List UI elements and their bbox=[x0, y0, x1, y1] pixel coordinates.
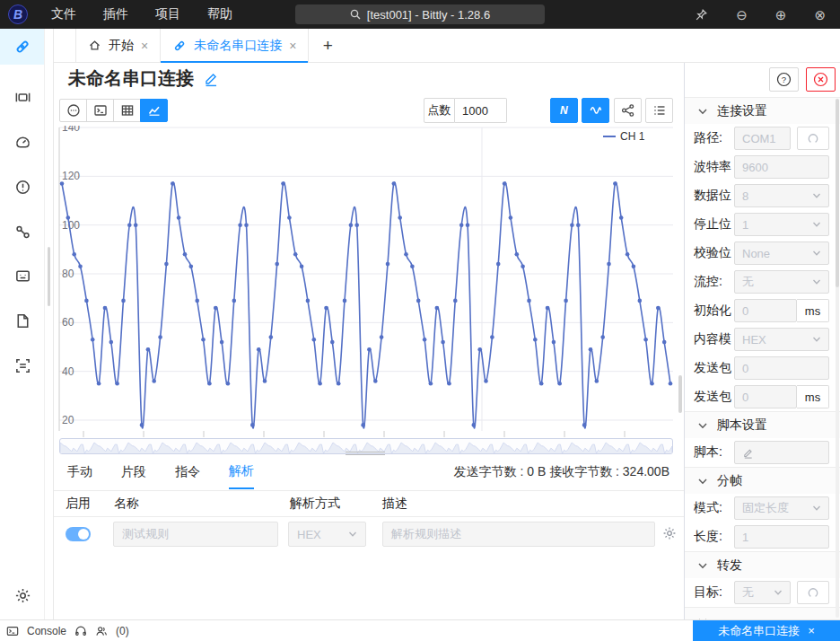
menu-plugin[interactable]: 插件 bbox=[103, 6, 128, 22]
share-branch-icon bbox=[621, 103, 635, 118]
chat-icon bbox=[66, 103, 81, 118]
panel-scrollbar[interactable] bbox=[836, 99, 839, 287]
setting-row-0-6: 初始化0ms bbox=[685, 296, 840, 325]
headphones-icon[interactable] bbox=[74, 625, 87, 637]
points-label: 点数 bbox=[424, 98, 455, 123]
viewer-text-button[interactable] bbox=[59, 99, 87, 122]
chevron-down-icon bbox=[697, 560, 708, 571]
tab-connection[interactable]: 未命名串口连接 × bbox=[161, 29, 309, 62]
sidebar-item-settings[interactable] bbox=[12, 584, 33, 606]
settings-panel: ? 连接设置路径:COM1波特率9600数据位8停止位1校验位None流控:无初… bbox=[684, 63, 840, 619]
menu-project[interactable]: 项目 bbox=[155, 6, 180, 22]
list-button[interactable] bbox=[645, 98, 673, 123]
waveform-chart[interactable]: 20406080100120140CH 1 bbox=[54, 126, 684, 438]
send-mode-tabs: 手动 片段 指令 解析 发送字节数 : 0 B 接收字节数 : 324.00B bbox=[54, 454, 684, 490]
chevron-down-icon bbox=[697, 420, 708, 431]
rule-enabled-toggle[interactable] bbox=[66, 527, 91, 541]
help-button[interactable]: ? bbox=[769, 67, 799, 92]
branch-button[interactable] bbox=[614, 98, 642, 123]
tab-command[interactable]: 指令 bbox=[175, 456, 200, 488]
clock-alert-icon bbox=[14, 179, 31, 196]
setting-row-0-8: 发送包0 bbox=[685, 354, 840, 382]
sidebar-scrollbar[interactable] bbox=[48, 247, 50, 306]
sidebar-item-functional[interactable] bbox=[12, 221, 33, 242]
rule-desc-input[interactable]: 解析规则描述 bbox=[382, 522, 655, 547]
screen-face-icon bbox=[14, 268, 31, 285]
setting-row-0-1: 波特率9600 bbox=[685, 153, 840, 181]
sidebar-item-environment[interactable] bbox=[12, 265, 33, 286]
edit-pencil-icon bbox=[742, 447, 754, 459]
edit-title-icon[interactable] bbox=[203, 71, 219, 87]
minimize-icon[interactable]: ⊖ bbox=[736, 8, 748, 22]
refresh-button[interactable] bbox=[797, 127, 829, 150]
watchers-count: (0) bbox=[116, 625, 129, 637]
refresh-button[interactable] bbox=[797, 581, 829, 604]
tab-snippet[interactable]: 片段 bbox=[121, 456, 146, 488]
sidebar-item-documents[interactable] bbox=[12, 310, 33, 331]
section-header-3[interactable]: 转发 bbox=[685, 551, 840, 578]
window-search-title[interactable]: [test001] - Bittly - 1.28.6 bbox=[295, 4, 545, 24]
svg-text:80: 80 bbox=[62, 268, 74, 280]
main-scrollbar[interactable] bbox=[678, 375, 682, 413]
setting-row-1-0: 脚本: bbox=[685, 438, 840, 467]
col-enable: 启用 bbox=[66, 496, 91, 512]
terminal-icon bbox=[93, 103, 108, 118]
active-connection-button[interactable]: 未命名串口连接 × bbox=[693, 620, 840, 641]
console-icon[interactable] bbox=[6, 625, 19, 637]
bittly-logo: B bbox=[8, 4, 28, 24]
refresh-icon bbox=[807, 132, 819, 145]
sidebar-item-panels[interactable] bbox=[12, 86, 33, 108]
section-header-4[interactable] bbox=[685, 607, 840, 619]
menu-file[interactable]: 文件 bbox=[51, 6, 76, 22]
svg-text:120: 120 bbox=[62, 170, 80, 182]
viewer-table-button[interactable] bbox=[113, 99, 141, 122]
setting-row-2-0: 模式:固定长度 bbox=[685, 494, 840, 522]
close-circle-icon bbox=[813, 72, 828, 87]
list-icon bbox=[652, 103, 667, 118]
smooth-line-toggle[interactable] bbox=[582, 98, 609, 123]
maximize-icon[interactable]: ⊕ bbox=[775, 8, 787, 22]
chevron-down-icon bbox=[812, 191, 821, 200]
rule-mode-select[interactable]: HEX bbox=[288, 522, 366, 547]
disconnect-button[interactable] bbox=[806, 67, 836, 92]
menu-help[interactable]: 帮助 bbox=[207, 6, 232, 22]
watchers-icon[interactable] bbox=[95, 625, 108, 637]
tab-close-icon[interactable]: × bbox=[141, 39, 148, 53]
points-input-group: 点数 bbox=[424, 98, 507, 123]
connection-close-icon[interactable]: × bbox=[808, 624, 815, 637]
table-grid-icon bbox=[120, 103, 135, 118]
sharp-line-toggle[interactable]: N bbox=[550, 98, 578, 123]
sidebar-item-capture[interactable] bbox=[12, 355, 33, 376]
parse-rule-row: 测试规则 HEX 解析规则描述 bbox=[54, 517, 684, 551]
svg-text:140: 140 bbox=[62, 126, 80, 134]
svg-text:20: 20 bbox=[62, 414, 74, 426]
section-header-0[interactable]: 连接设置 bbox=[685, 97, 840, 124]
tab-close-icon[interactable]: × bbox=[289, 39, 296, 53]
window-close-icon[interactable]: ⊗ bbox=[814, 8, 826, 22]
sharp-n-icon: N bbox=[557, 103, 572, 118]
section-header-2[interactable]: 分帧 bbox=[685, 467, 840, 494]
tab-add-button[interactable]: + bbox=[309, 29, 346, 62]
tab-manual[interactable]: 手动 bbox=[67, 456, 92, 488]
chevron-down-icon bbox=[812, 220, 821, 229]
svg-text:60: 60 bbox=[62, 316, 74, 329]
chevron-down-icon bbox=[812, 277, 821, 286]
col-desc: 描述 bbox=[382, 496, 407, 512]
points-input[interactable] bbox=[455, 98, 507, 123]
tab-parse[interactable]: 解析 bbox=[229, 455, 254, 489]
tab-home[interactable]: 开始 × bbox=[75, 29, 161, 62]
console-label[interactable]: Console bbox=[27, 625, 66, 637]
settings-collapse: 连接设置路径:COM1波特率9600数据位8停止位1校验位None流控:无初始化… bbox=[685, 97, 840, 619]
viewer-plot-button[interactable] bbox=[140, 99, 168, 122]
sidebar-item-timer[interactable] bbox=[12, 176, 33, 198]
home-icon bbox=[88, 39, 101, 52]
section-header-1[interactable]: 脚本设置 bbox=[685, 411, 840, 438]
rule-name-input[interactable]: 测试规则 bbox=[113, 522, 278, 547]
rule-settings-gear-icon[interactable] bbox=[662, 526, 677, 540]
statusbar: Console (0) 未命名串口连接 × bbox=[0, 619, 840, 641]
svg-text:100: 100 bbox=[62, 219, 80, 232]
viewer-terminal-button[interactable] bbox=[86, 99, 114, 122]
sidebar-item-connections[interactable] bbox=[12, 36, 33, 57]
sidebar-item-mock[interactable] bbox=[12, 131, 33, 153]
pin-icon[interactable] bbox=[695, 8, 708, 22]
